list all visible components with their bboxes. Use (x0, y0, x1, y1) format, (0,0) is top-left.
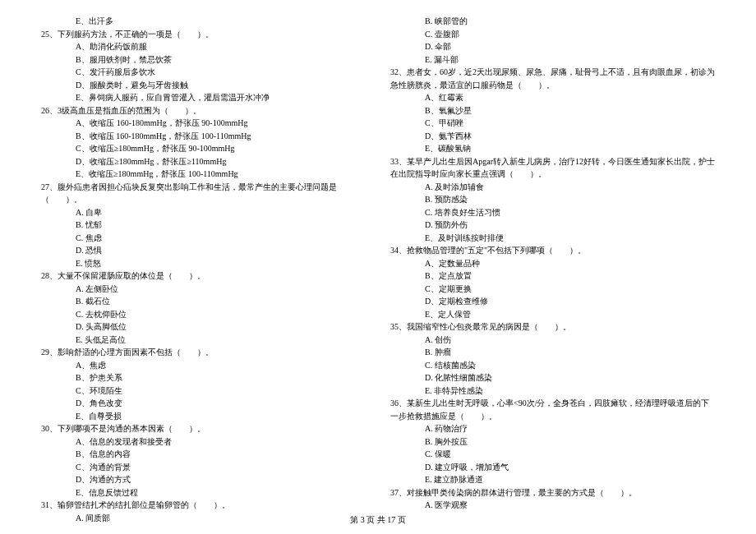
q33-option: B. 预防感染 (390, 193, 715, 206)
q31-stem: 31、输卵管结扎术的结扎部位是输卵管的（ ）。 (41, 499, 366, 512)
q29-option: D、角色改变 (41, 397, 366, 410)
q36-option: A. 药物治疗 (390, 422, 715, 435)
q25-option: A、助消化药饭前服 (41, 40, 366, 53)
q34-stem: 34、抢救物品管理的"五定"不包括下列哪项（ ）。 (390, 244, 715, 257)
q32-option: B、氧氟沙星 (390, 104, 715, 117)
q32-option: C、甲硝唑 (390, 117, 715, 130)
right-column: B. 峡部管的 C. 壶腹部 D. 伞部 E. 漏斗部 32、患者女，60岁，近… (390, 15, 715, 499)
q27-option: D. 恐惧 (41, 244, 366, 257)
q34-option: E、定人保管 (390, 308, 715, 321)
q34-option: A、定数量品种 (390, 257, 715, 270)
q27-option: E. 愤怒 (41, 257, 366, 270)
q32-option: A、红霉素 (390, 91, 715, 104)
q35-option: A. 创伤 (390, 334, 715, 347)
q25-option: C、发汗药服后多饮水 (41, 66, 366, 79)
q36-stem: 36、某新生儿出生时无呼吸，心率<90次/分，全身苍白，四肢瘫软，经清理呼吸道后… (390, 397, 715, 422)
q37-stem: 37、对接触甲类传染病的群体进行管理，最主要的方式是（ ）。 (390, 486, 715, 499)
q26-option: E、收缩压≥180mmHg，舒张压 100-110mmHg (41, 168, 366, 181)
q29-option: A、焦虑 (41, 359, 366, 372)
q33-stem: 33、某早产儿出生后因Apgar转入新生儿病房，治疗12好转，今日医生通知家长出… (390, 155, 715, 181)
q32-stem: 32、患者女，60岁，近2天出现尿频、尿急、尿痛，耻骨弓上不适，且有肉眼血尿，初… (390, 66, 715, 91)
q33-option: E、及时训练按时排便 (390, 232, 715, 245)
q29-stem: 29、影响舒适的心理方面因素不包括（ ）。 (41, 346, 366, 359)
q27-option: B. 忧郁 (41, 219, 366, 232)
q34-option: D、定期检查维修 (390, 295, 715, 308)
q25-option: B、服用铁剂时，禁忌饮茶 (41, 53, 366, 67)
q29-option: B、护患关系 (41, 371, 366, 384)
q33-option: A. 及时添加辅食 (390, 181, 715, 194)
q37-option: A. 医学观察 (390, 499, 715, 512)
q26-option: B、收缩压 160-180mmHg，舒张压 100-110mmHg (41, 130, 366, 143)
q30-option: E、信息反馈过程 (41, 486, 366, 499)
q30-option: D、沟通的方式 (41, 473, 366, 486)
q36-option: E. 建立静脉通道 (390, 473, 715, 486)
q26-option: D、收缩压≥180mmHg，舒张压≥110mmHg (41, 155, 366, 168)
q31-option: D. 伞部 (390, 40, 715, 53)
q29-option: C、环境陌生 (41, 384, 366, 398)
left-column: E、出汗多 25、下列服药方法，不正确的一项是（ ）。 A、助消化药饭前服 B、… (41, 15, 366, 499)
q28-option: C. 去枕仰卧位 (41, 308, 366, 321)
q29-option: E、自尊受损 (41, 410, 366, 423)
q31-option: E. 漏斗部 (390, 53, 715, 67)
q30-option: C、沟通的背景 (41, 461, 366, 474)
q33-option: D. 预防外伤 (390, 219, 715, 232)
q31-option: B. 峡部管的 (390, 15, 715, 28)
q25-option: E、鼻饲病人服药，应自胃管灌入，灌后需温开水冲净 (41, 91, 366, 104)
q36-option: D. 建立呼吸，增加通气 (390, 461, 715, 474)
q25-stem: 25、下列服药方法，不正确的一项是（ ）。 (41, 28, 366, 41)
q32-option: D、氨苄西林 (390, 130, 715, 143)
q36-option: B. 胸外按压 (390, 435, 715, 449)
q35-option: D. 化脓性细菌感染 (390, 371, 715, 384)
q30-option: B、信息的内容 (41, 448, 366, 461)
q35-option: C. 结核菌感染 (390, 359, 715, 372)
q24-option-e: E、出汗多 (41, 15, 366, 28)
q36-option: C. 保暖 (390, 448, 715, 461)
q26-option: A、收缩压 160-180mmHg，舒张压 90-100mmHg (41, 117, 366, 130)
two-column-layout: E、出汗多 25、下列服药方法，不正确的一项是（ ）。 A、助消化药饭前服 B、… (41, 15, 715, 499)
q28-option: D. 头高脚低位 (41, 320, 366, 334)
q35-stem: 35、我国缩窄性心包炎最常见的病因是（ ）。 (390, 320, 715, 334)
q27-option: C. 焦虑 (41, 232, 366, 245)
q31-option: C. 壶腹部 (390, 28, 715, 41)
q34-option: C、定期更换 (390, 283, 715, 296)
q28-option: B. 截石位 (41, 295, 366, 308)
q30-stem: 30、下列哪项不是沟通的基本因素（ ）。 (41, 422, 366, 435)
q30-option: A、信息的发现者和接受者 (41, 435, 366, 449)
q27-option: A. 自卑 (41, 206, 366, 219)
q33-option: C. 培养良好生活习惯 (390, 206, 715, 219)
q26-option: C、收缩压≥180mmHg，舒张压 90-100mmHg (41, 142, 366, 155)
q35-option: B. 肿瘤 (390, 346, 715, 359)
q28-stem: 28、大量不保留灌肠应取的体位是（ ）。 (41, 269, 366, 283)
q27-stem: 27、腹外疝患者因担心疝块反复突出影响工作和生活，最常产生的主要心理问题是（ ）… (41, 181, 366, 206)
q28-option: A. 左侧卧位 (41, 283, 366, 296)
q35-option: E. 非特异性感染 (390, 384, 715, 398)
q28-option: E. 头低足高位 (41, 334, 366, 347)
page-footer: 第 3 页 共 17 页 (0, 513, 756, 527)
q32-option: E、碳酸氢钠 (390, 142, 715, 155)
q26-stem: 26、3级高血压是指血压的范围为（ ）。 (41, 104, 366, 117)
q25-option: D、服酸类时，避免与牙齿接触 (41, 79, 366, 92)
q34-option: B、定点放置 (390, 269, 715, 283)
